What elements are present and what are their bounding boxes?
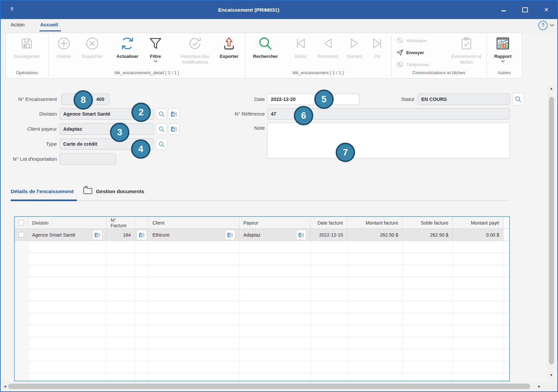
report-chart-icon — [495, 34, 511, 53]
open-division-button[interactable] — [92, 230, 102, 240]
first-record-button[interactable]: Début — [290, 34, 311, 59]
delete-button[interactable]: Supprimer — [78, 34, 107, 59]
column-header-date-facture[interactable]: Date facture — [311, 217, 347, 229]
events-tasks-button[interactable]: Évènements et tâches — [447, 34, 485, 65]
cell-montant-facture: 262.50 $ — [347, 229, 403, 241]
no-encaissement-label: N° Encaissement — [7, 96, 57, 102]
open-facture-button[interactable] — [137, 230, 147, 240]
scroll-left-icon[interactable]: ◄ — [2, 384, 8, 388]
date-field[interactable]: 2022-12-20 — [267, 94, 359, 105]
scroll-down-icon[interactable]: ▼ — [548, 373, 554, 377]
insert-button[interactable]: Insérer — [51, 34, 77, 59]
statut-field[interactable]: EN COURS — [418, 94, 510, 105]
skip-start-icon — [294, 34, 308, 53]
menu-bar: Action Accueil — [1, 19, 557, 33]
scroll-right-icon[interactable]: ► — [536, 384, 542, 388]
open-client-button[interactable] — [225, 230, 235, 240]
save-icon — [19, 34, 34, 53]
send-icon — [396, 49, 404, 56]
cell-montant-paye: 0.00 $ — [453, 229, 504, 241]
no-reference-label: N° Référence — [201, 111, 265, 117]
column-header-no-facture[interactable]: N° Facture — [107, 217, 135, 229]
cell-gutter — [504, 229, 509, 241]
refresh-button[interactable]: Actualiser — [112, 34, 143, 59]
table-header-row: Division N° Facture Client Payeur Date f… — [15, 217, 509, 229]
send-button[interactable]: Envoyer — [396, 48, 424, 57]
help-button[interactable]: ? — [538, 21, 548, 30]
grid-line — [504, 241, 504, 381]
client-payeur-field[interactable]: Adaptaz — [60, 123, 154, 135]
division-label: Division — [7, 111, 57, 117]
phone-button[interactable]: Téléphoner — [396, 60, 429, 69]
folder-search-icon — [170, 110, 178, 118]
history-button[interactable]: Historique — [396, 36, 427, 45]
column-header-solde-facture[interactable]: Solde facture — [403, 217, 453, 229]
group-label-communications: Communications et tâches — [391, 70, 486, 75]
select-all-checkbox[interactable] — [15, 217, 28, 229]
division-search-button[interactable] — [156, 108, 167, 120]
tab-action[interactable]: Action — [11, 22, 25, 27]
tab-accueil[interactable]: Accueil — [40, 22, 58, 27]
search-icon — [515, 96, 522, 103]
open-payeur-button[interactable] — [296, 230, 306, 240]
horizontal-scrollbar-thumb[interactable] — [8, 384, 530, 389]
previous-record-button[interactable]: Précédent — [314, 34, 342, 59]
tab-gestion-documents[interactable]: Gestion documents — [96, 188, 144, 194]
cell-actions — [135, 229, 148, 241]
column-header-montant-facture[interactable]: Montant facture — [347, 217, 403, 229]
column-header-client[interactable]: Client — [148, 217, 239, 229]
window-title: Encaissement (PRIM031) — [1, 1, 497, 19]
triangle-right-icon — [347, 34, 361, 53]
clipboard-check-icon — [459, 34, 474, 53]
group-label-master-block: blk_encaissement [ 1 / 1 ] — [245, 70, 391, 75]
search-icon — [158, 141, 165, 148]
type-label: Type — [7, 141, 57, 147]
statut-search-button[interactable] — [512, 93, 524, 106]
vertical-scrollbar-thumb[interactable] — [549, 97, 554, 364]
column-header-montant-paye[interactable]: Montant payé — [453, 217, 504, 229]
note-label: Note — [201, 125, 265, 131]
minimize-button[interactable] — [498, 5, 509, 15]
checkbox-column-shade — [15, 241, 28, 381]
last-record-button[interactable]: Fin — [368, 34, 386, 59]
column-header-payeur[interactable]: Payeur — [239, 217, 311, 229]
maximize-icon — [522, 7, 528, 12]
empty-rows-area — [15, 241, 509, 381]
next-record-button[interactable]: Suivant — [343, 34, 366, 59]
maximize-button[interactable] — [520, 5, 530, 15]
chevron-down-icon — [154, 60, 157, 62]
date-label: Date — [201, 96, 265, 102]
tab-details-encaissement[interactable]: Détails de l'encaissement — [11, 188, 74, 194]
annotation-badge-2: 2 — [131, 103, 151, 122]
client-payeur-search-button[interactable] — [156, 123, 167, 135]
type-search-button[interactable] — [156, 138, 167, 150]
table-row[interactable]: Agence Smart Santé 184 Ethicure Adaptaz — [15, 229, 509, 241]
client-payeur-open-form-button[interactable] — [168, 123, 180, 135]
annotation-badge-3: 3 — [110, 123, 129, 142]
scroll-up-icon[interactable]: ▲ — [548, 86, 554, 90]
report-button[interactable]: Rapport — [489, 34, 517, 62]
note-field[interactable] — [267, 123, 510, 158]
grid-line — [311, 241, 311, 381]
close-button[interactable]: ✕ — [541, 5, 551, 15]
scrollbar-corner — [546, 382, 558, 391]
division-open-form-button[interactable] — [168, 108, 180, 120]
history-icon — [396, 37, 404, 44]
modification-history-button[interactable]: Historique des modifications — [171, 34, 219, 65]
filter-icon — [148, 34, 163, 53]
client-payeur-label: Client payeur — [7, 126, 57, 132]
statut-label: Statut — [368, 96, 414, 102]
annotation-badge-6: 6 — [294, 106, 313, 125]
row-checkbox[interactable] — [15, 229, 28, 241]
annotation-badge-7: 7 — [336, 143, 355, 162]
no-lot-exportation-field[interactable] — [60, 153, 116, 165]
save-button[interactable]: Sauvegarder — [9, 34, 44, 59]
title-bar: Encaissement (PRIM031) ✕ — [1, 1, 557, 19]
column-header-division[interactable]: Division — [28, 217, 107, 229]
group-label-operations: Opérations — [5, 70, 48, 75]
filter-button[interactable]: Filtre — [144, 34, 166, 62]
chevron-down-icon[interactable] — [550, 24, 554, 27]
export-button[interactable]: Exporter — [215, 34, 243, 59]
details-table: Division N° Facture Client Payeur Date f… — [14, 216, 510, 381]
search-record-button[interactable]: Rechercher — [249, 34, 282, 59]
